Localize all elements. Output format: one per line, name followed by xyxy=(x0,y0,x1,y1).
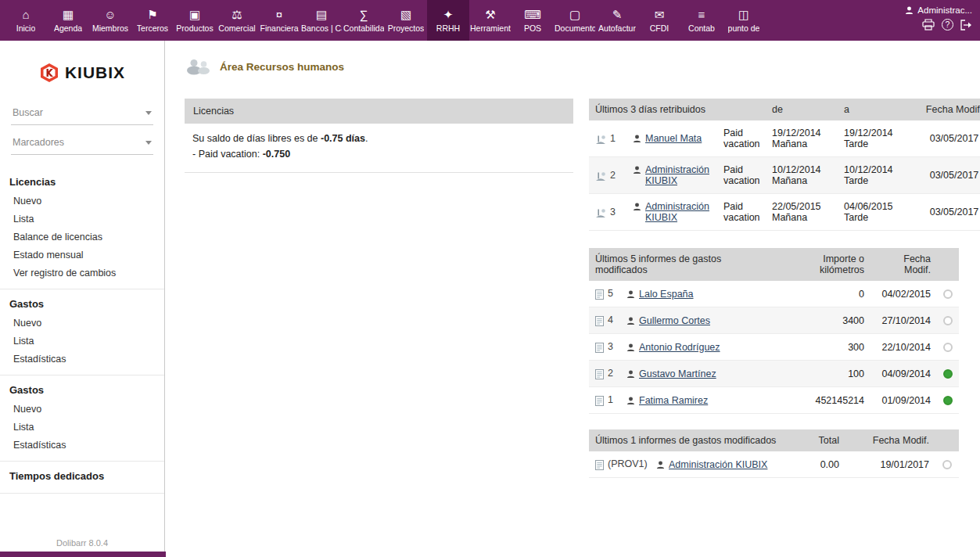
sidebar-item-gastos1-nuevo[interactable]: Nuevo xyxy=(0,314,164,332)
holiday-row: 3 Administración KIUBIX Paid vacation 22… xyxy=(589,194,980,231)
menu-agenda[interactable]: ▦ Agenda xyxy=(47,0,89,41)
sidebar-item-estado-mensual[interactable]: Estado mensual xyxy=(0,246,164,264)
holiday-icon xyxy=(595,171,606,181)
employee-link[interactable]: Administración KIUBIX xyxy=(645,164,711,186)
members-icon: ☺ xyxy=(104,9,116,21)
cfdi-icon: ✉ xyxy=(655,9,665,21)
user-name: Administrac... xyxy=(917,5,972,15)
expense-report-icon xyxy=(595,460,604,470)
expense-ref-link[interactable]: 2 xyxy=(608,368,613,379)
holiday-from: 10/12/2014Mañana xyxy=(766,157,838,194)
menu-pos[interactable]: ⌨ POS xyxy=(512,0,554,41)
pos-terminal-icon: ◫ xyxy=(738,9,749,21)
banks-icon: ▤ xyxy=(316,9,327,21)
sidebar-item-gastos-1[interactable]: Gastos xyxy=(0,295,164,314)
menu-documentos[interactable]: ▢ Documento xyxy=(554,0,596,41)
to-half: Tarde xyxy=(844,138,906,149)
menu-label: Financiera xyxy=(260,23,298,33)
expense-modified: 01/09/2014 xyxy=(871,387,937,414)
holiday-ref-link[interactable]: 3 xyxy=(610,207,616,217)
menu-label: Bancos | Ca xyxy=(301,23,342,33)
menu-label: Contab xyxy=(688,23,715,33)
employee-link[interactable]: Administración KIUBIX xyxy=(645,201,711,223)
menu-miembros[interactable]: ☺ Miembros xyxy=(89,0,131,41)
col-from: de xyxy=(766,99,838,120)
search-dropdown-label: Buscar xyxy=(13,107,43,118)
menu-label: Miembros xyxy=(92,23,128,33)
holiday-to: 10/12/2014Tarde xyxy=(838,157,913,194)
employee-link[interactable]: Fatima Ramirez xyxy=(639,395,708,406)
holiday-ref-link[interactable]: 2 xyxy=(610,170,616,181)
menu-label: Comercial xyxy=(218,23,255,33)
employee-link[interactable]: Administración KIUBIX xyxy=(669,459,767,470)
person-icon xyxy=(626,317,635,325)
menu-autofactura[interactable]: ✎ Autofactur xyxy=(596,0,638,41)
holidays-table: Últimos 3 días retribuidos de a Fecha Mo… xyxy=(589,99,980,231)
expense-ref-link[interactable]: (PROV1) xyxy=(608,458,648,469)
menu-bancos[interactable]: ▤ Bancos | Ca xyxy=(300,0,343,41)
person-icon xyxy=(626,290,635,299)
menu-label: Herramient xyxy=(470,23,511,33)
sidebar-item-gastos2-lista[interactable]: Lista xyxy=(0,418,164,436)
menu-productos[interactable]: ▣ Productos xyxy=(174,0,216,41)
from-half: Mañana xyxy=(772,138,831,149)
detail-value: -0.750 xyxy=(263,149,290,160)
expense-row: 4 Gullermo Cortes 3400 27/10/2014 xyxy=(589,307,959,334)
sidebar-item-gastos1-estadisticas[interactable]: Estadísticas xyxy=(0,350,164,368)
status-icon xyxy=(943,396,953,405)
help-button[interactable]: ? xyxy=(942,19,953,31)
licenses-panel: Licencias Su saldo de días libres es de … xyxy=(185,99,573,173)
menu-cfdi[interactable]: ✉ CFDI xyxy=(638,0,680,41)
sidebar-item-licencias[interactable]: Licencias xyxy=(0,173,164,192)
user-icon xyxy=(905,6,914,15)
expenses-table-header: Últimos 5 informes de gastos modificados… xyxy=(589,248,959,281)
sidebar-item-licencias-nuevo[interactable]: Nuevo xyxy=(0,192,164,210)
sidebar-item-tiempos-dedicados[interactable]: Tiempos dedicados xyxy=(0,467,164,486)
expense-ref-link[interactable]: 3 xyxy=(608,341,613,352)
menu-terceros[interactable]: ⚑ Terceros xyxy=(131,0,174,41)
menu-label: RRHH xyxy=(436,23,460,33)
expense-amount: 100 xyxy=(781,361,871,387)
menu-contabilidad[interactable]: ∑ Contabilida xyxy=(343,0,385,41)
menu-rrhh[interactable]: ✦ RRHH xyxy=(427,0,469,41)
sidebar-item-gastos2-estadisticas[interactable]: Estadísticas xyxy=(0,436,164,454)
print-button[interactable] xyxy=(922,19,935,31)
employee-link[interactable]: Gullermo Cortes xyxy=(639,315,710,326)
menu-financiera[interactable]: ¤ Financiera xyxy=(258,0,300,41)
employee-link[interactable]: Lalo España xyxy=(639,289,694,300)
expense-ref-link[interactable]: 1 xyxy=(608,394,613,405)
employee-link[interactable]: Gustavo Martínez xyxy=(639,368,716,379)
expense-amount: 0 xyxy=(781,281,871,307)
sidebar-item-balance-de-licencias[interactable]: Balance de licencias xyxy=(0,228,164,246)
expenses-table: Últimos 5 informes de gastos modificados… xyxy=(589,248,959,414)
sidebar-item-ver-registro-de-cambios[interactable]: Ver registro de cambios xyxy=(0,264,164,282)
sidebar-item-gastos2-nuevo[interactable]: Nuevo xyxy=(0,400,164,418)
sidebar-item-gastos1-lista[interactable]: Lista xyxy=(0,332,164,350)
expense-ref-link[interactable]: 5 xyxy=(608,288,613,299)
help-icon: ? xyxy=(942,19,953,31)
expense-ref-link[interactable]: 4 xyxy=(608,314,613,325)
menu-punto-de-venta[interactable]: ◫ punto de xyxy=(723,0,765,41)
chevron-down-icon xyxy=(145,111,152,115)
user-menu[interactable]: Administrac... xyxy=(905,5,972,15)
menu-herramientas[interactable]: ⚒ Herramient xyxy=(469,0,512,41)
employee-link[interactable]: Manuel Mata xyxy=(645,133,702,144)
sidebar-item-licencias-lista[interactable]: Lista xyxy=(0,210,164,228)
bookmarks-dropdown[interactable]: Marcadores xyxy=(11,131,153,155)
page-header: Área Recursos humanos xyxy=(185,58,980,75)
holiday-ref-link[interactable]: 1 xyxy=(610,133,616,144)
chevron-down-icon xyxy=(145,141,152,145)
menu-label: CFDI xyxy=(650,23,669,33)
employee-link[interactable]: Antonio Rodríguez xyxy=(639,342,720,353)
search-dropdown[interactable]: Buscar xyxy=(11,102,153,125)
sidebar-item-gastos-2[interactable]: Gastos xyxy=(0,381,164,400)
menu-proyectos[interactable]: ▧ Proyectos xyxy=(385,0,427,41)
logout-button[interactable] xyxy=(960,20,972,31)
menu-comercial[interactable]: ⚖ Comercial xyxy=(216,0,258,41)
holidays-table-title: Últimos 3 días retribuidos xyxy=(589,99,766,120)
from-half: Mañana xyxy=(772,212,831,223)
from-date: 10/12/2014 xyxy=(772,164,831,175)
menu-label: Contabilida xyxy=(343,23,384,33)
menu-inicio[interactable]: ⌂ Inicio xyxy=(5,0,47,41)
menu-contab[interactable]: ≡ Contab xyxy=(680,0,723,41)
